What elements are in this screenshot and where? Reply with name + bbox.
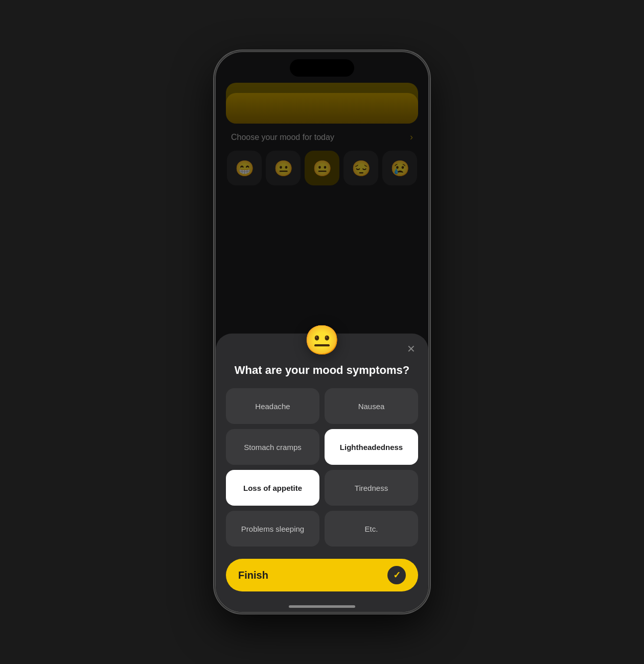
modal: 😐 ✕ What are your mood symptoms? Headach… [216,334,428,612]
symptom-loss-of-appetite[interactable]: Loss of appetite [226,470,319,506]
modal-emoji: 😐 [304,323,340,357]
symptom-nausea[interactable]: Nausea [325,388,418,424]
dynamic-island [290,59,354,77]
modal-title: What are your mood symptoms? [235,363,409,378]
symptom-lightheadedness[interactable]: Lightheadedness [325,429,418,465]
home-indicator [289,605,355,608]
finish-check-icon: ✓ [387,566,406,584]
symptom-stomach-cramps[interactable]: Stomach cramps [226,429,319,465]
close-button[interactable]: ✕ [404,342,418,356]
symptom-headache[interactable]: Headache [226,388,319,424]
symptom-tiredness[interactable]: Tiredness [325,470,418,506]
symptom-etc[interactable]: Etc. [325,511,418,547]
modal-overlay: 😐 ✕ What are your mood symptoms? Headach… [216,52,428,612]
phone-screen: Choose your mood for today › 😁 😐 😐 😔 😢 😐… [216,52,428,612]
finish-button[interactable]: Finish ✓ [226,559,418,591]
symptoms-grid: Headache Nausea Stomach cramps Lighthead… [226,388,418,547]
finish-label: Finish [238,570,268,581]
phone-frame: Choose your mood for today › 😁 😐 😐 😔 😢 😐… [215,51,429,613]
symptom-problems-sleeping[interactable]: Problems sleeping [226,511,319,547]
